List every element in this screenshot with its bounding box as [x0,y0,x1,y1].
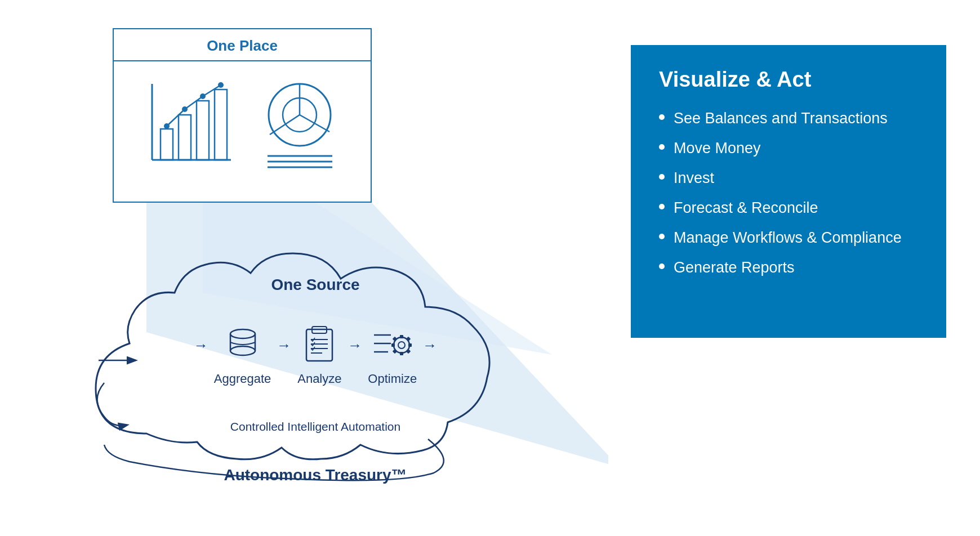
svg-line-15 [300,115,329,132]
one-source-label: One Source [62,276,569,294]
bullet-dot-6 [659,263,665,269]
bullet-dot-4 [659,204,665,209]
one-place-title: One Place [114,29,371,61]
svg-point-23 [230,329,255,338]
svg-rect-38 [400,335,403,338]
one-place-box: One Place [113,28,372,203]
svg-rect-40 [391,343,395,347]
autonomous-label: Autonomous Treasury™ [62,466,569,484]
bullet-item-1: See Balances and Transactions [659,109,918,128]
svg-point-37 [398,342,405,349]
bullet-dot-3 [659,174,665,180]
svg-rect-41 [408,343,412,347]
donut-chart-icon [256,73,344,171]
aggregate-label: Aggregate [214,372,271,386]
bullet-item-6: Generate Reports [659,258,918,278]
analyze-label: Analyze [297,372,341,386]
svg-rect-45 [406,349,411,354]
aggregate-icon [220,321,265,366]
bullet-item-4: Forecast & Reconcile [659,198,918,218]
svg-rect-44 [393,349,397,354]
bullet-text-5: Manage Workflows & Compliance [674,228,902,248]
svg-point-8 [164,123,170,129]
step-analyze: Analyze [297,321,342,386]
step-aggregate: Aggregate [214,321,271,386]
bullet-text-3: Invest [674,168,714,188]
diagram-area: One Place [45,17,608,524]
bar-line-chart-icon [141,73,239,171]
bullet-item-2: Move Money [659,139,918,158]
svg-point-11 [218,82,224,88]
one-place-icons [114,61,371,171]
bullet-item-5: Manage Workflows & Compliance [659,228,918,248]
svg-rect-43 [406,337,411,341]
svg-rect-39 [400,352,403,355]
svg-point-10 [200,93,206,99]
bullet-item-3: Invest [659,168,918,188]
right-panel: Visualize & Act See Balances and Transac… [631,45,946,338]
optimize-label: Optimize [368,372,417,386]
bullet-text-6: Generate Reports [674,258,795,278]
svg-rect-6 [197,101,209,160]
bullet-dot-1 [659,114,665,120]
bullet-text-4: Forecast & Reconcile [674,198,818,218]
svg-rect-5 [179,115,191,160]
main-container: One Place [0,0,980,536]
panel-title: Visualize & Act [659,68,918,92]
analyze-icon [297,321,342,366]
bullet-dot-2 [659,144,665,150]
arrow-in: → [194,337,208,371]
svg-rect-42 [393,337,397,341]
svg-rect-4 [161,129,173,160]
bullet-text-2: Move Money [674,139,761,158]
arrow-2: → [348,337,362,371]
cia-label: Controlled Intelligent Automation [62,420,569,434]
arrow-3: → [422,337,437,371]
svg-rect-27 [306,329,332,361]
svg-point-26 [230,346,255,355]
bullet-text-1: See Balances and Transactions [674,109,888,128]
optimize-icon [370,321,415,366]
arrow-1: → [277,337,291,371]
bullet-dot-5 [659,234,665,239]
svg-point-9 [182,106,188,112]
panel-bullets-list: See Balances and Transactions Move Money… [659,109,918,278]
step-optimize: Optimize [368,321,417,386]
cloud-container: One Source → [62,197,569,512]
svg-rect-7 [215,90,227,160]
cloud-steps-row: → Aggregate [96,321,535,386]
